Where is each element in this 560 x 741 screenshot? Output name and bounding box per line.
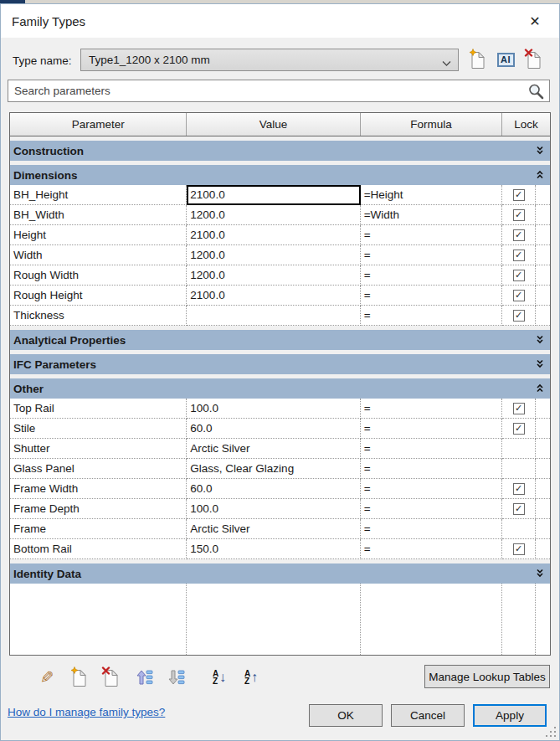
parameter-formula[interactable]: = [361,306,502,326]
parameter-formula[interactable]: = [361,225,502,245]
parameter-value[interactable]: 100.0 [187,399,360,419]
parameter-formula[interactable]: = [361,286,502,306]
cancel-button[interactable]: Cancel [391,704,465,727]
parameter-formula[interactable]: = [361,479,502,499]
manage-lookup-tables-button[interactable]: Manage Lookup Tables [424,665,550,688]
parameter-formula[interactable]: = [361,245,502,265]
section-label: Other [13,383,44,395]
rename-type-icon[interactable]: AI [495,48,516,71]
lock-checkbox[interactable]: ✓ [513,483,525,495]
parameter-value[interactable]: 150.0 [187,539,360,559]
close-icon[interactable]: ✕ [517,4,552,38]
parameter-formula[interactable]: =Width [361,205,502,225]
lock-checkbox[interactable]: ✓ [513,229,525,241]
lock-checkbox[interactable]: ✓ [513,209,525,221]
row-end-strip [536,419,550,439]
lock-checkbox[interactable]: ✓ [513,250,525,261]
parameter-formula[interactable]: = [361,439,502,459]
section-label: Dimensions [13,169,78,182]
apply-button[interactable]: Apply [473,704,547,727]
parameter-value[interactable]: 1200.0 [187,205,360,225]
section-label: Analytical Properties [13,334,126,347]
column-header-value[interactable]: Value [187,113,360,136]
double-chevron-down-icon[interactable] [536,145,544,157]
lock-checkbox[interactable]: ✓ [513,290,525,301]
sort-descending-icon[interactable]: AZ ↑ [240,666,262,688]
double-chevron-up-icon[interactable] [536,169,544,182]
row-end-strip [536,245,550,265]
lock-checkbox[interactable]: ✓ [513,503,525,515]
column-header-lock[interactable]: Lock [502,113,550,136]
lock-checkbox[interactable]: ✓ [513,189,525,201]
row-end-strip [536,185,550,205]
parameter-value[interactable]: 2100.0 [187,225,360,245]
table-row: Glass PanelGlass, Clear Glazing= [10,459,550,479]
section-header-identity-data[interactable]: Identity Data [10,563,550,584]
lock-cell: ✓ [502,539,536,559]
lock-cell: ✓ [502,306,536,326]
empty-cell [502,584,536,655]
help-link[interactable]: How do I manage family types? [8,706,165,718]
resize-grip[interactable] [546,727,556,737]
parameter-value[interactable]: 60.0 [187,419,360,439]
section-header-ifc-parameters[interactable]: IFC Parameters [10,354,550,374]
double-chevron-down-icon[interactable] [536,334,544,347]
parameter-value[interactable]: 100.0 [187,499,360,519]
parameter-name: Glass Panel [10,459,187,479]
section-header-dimensions[interactable]: Dimensions [10,165,550,185]
column-header-formula[interactable]: Formula [361,113,502,136]
lock-checkbox[interactable]: ✓ [513,310,525,322]
empty-cell [187,584,360,655]
parameter-name: Frame [10,519,187,539]
column-header-parameter[interactable]: Parameter [10,113,187,136]
ok-button[interactable]: OK [309,704,383,727]
lock-cell: ✓ [502,205,536,225]
empty-grid-area [10,584,550,655]
lock-checkbox[interactable]: ✓ [513,423,525,435]
lock-cell: ✓ [502,499,536,519]
lock-cell: ✓ [502,225,536,245]
parameter-formula[interactable]: = [361,539,502,559]
search-icon[interactable] [527,83,545,104]
delete-type-icon[interactable] [522,48,544,71]
parameter-name: Frame Width [10,479,187,499]
parameter-formula[interactable]: = [361,399,502,419]
parameter-value[interactable]: Glass, Clear Glazing [187,459,360,479]
parameter-formula[interactable]: = [361,265,502,286]
delete-parameter-icon[interactable] [100,666,121,688]
section-header-other[interactable]: Other [10,378,550,399]
lock-checkbox[interactable]: ✓ [513,403,525,414]
parameter-formula[interactable]: = [361,459,502,479]
double-chevron-down-icon[interactable] [536,358,544,371]
parameter-value[interactable]: 1200.0 [187,265,360,286]
section-header-analytical-properties[interactable]: Analytical Properties [10,330,550,350]
search-input[interactable] [8,80,549,101]
parameter-formula[interactable]: = [361,519,502,539]
parameter-value[interactable] [187,306,360,326]
new-type-icon[interactable] [466,48,488,71]
parameter-formula[interactable]: = [361,499,502,519]
lock-cell: ✓ [502,479,536,499]
parameter-value[interactable]: 1200.0 [187,245,360,265]
lock-checkbox[interactable]: ✓ [513,270,525,281]
parameter-value[interactable]: 60.0 [187,479,360,499]
family-types-dialog: Family Types ✕ Type name: Type1_1200 x 2… [0,3,560,741]
parameter-value[interactable]: 2100.0 [187,286,360,306]
section-header-construction[interactable]: Construction [10,141,550,161]
parameter-value[interactable]: 2100.0 [187,185,360,205]
move-parameter-down-icon[interactable] [163,666,185,688]
dialog-title: Family Types [12,14,85,28]
double-chevron-down-icon[interactable] [536,568,544,580]
edit-parameter-icon[interactable]: ✎ [36,666,58,688]
new-parameter-icon[interactable] [68,666,90,688]
parameter-value[interactable]: Arctic Silver [187,439,360,459]
lock-checkbox[interactable]: ✓ [513,543,525,555]
parameter-formula[interactable]: =Height [361,185,502,205]
parameter-value[interactable]: Arctic Silver [187,519,360,539]
table-row: Width1200.0=✓ [10,245,550,265]
double-chevron-up-icon[interactable] [536,383,544,395]
parameter-formula[interactable]: = [361,419,502,439]
type-name-dropdown[interactable]: Type1_1200 x 2100 mm [80,49,459,71]
sort-ascending-icon[interactable]: AZ ↓ [208,666,230,688]
move-parameter-up-icon[interactable] [131,666,153,688]
